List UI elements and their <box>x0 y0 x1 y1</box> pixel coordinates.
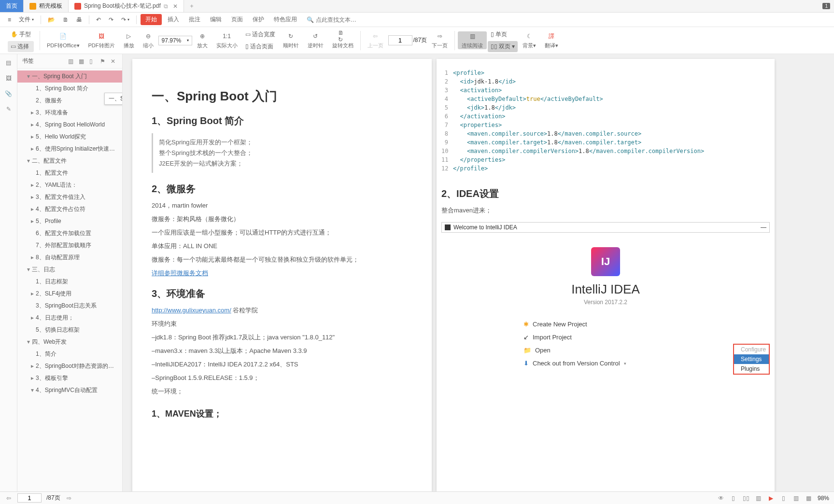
bookmark-item[interactable]: ▾一、Spring Boot 入门 <box>17 70 122 83</box>
tab-add[interactable]: ＋ <box>184 0 199 12</box>
idea-plugins-item[interactable]: Plugins <box>734 364 769 374</box>
document-viewport[interactable]: 一、Spring Boot 入门 1、Spring Boot 简介 简化Spri… <box>123 54 834 491</box>
undo-icon[interactable]: ↶ <box>93 15 104 25</box>
play-button[interactable]: ▷播放 <box>120 31 138 49</box>
sb-play-icon[interactable]: ▶ <box>767 494 775 502</box>
bookmark-item[interactable]: ▸8、自动配置原理 <box>17 252 122 264</box>
notifications-badge[interactable]: 1 <box>822 0 830 12</box>
sb-layout3-icon[interactable]: ▥ <box>755 494 763 502</box>
sb-next-icon[interactable]: ⇨ <box>65 494 73 502</box>
tab-home[interactable]: 首页 <box>0 0 24 12</box>
bm-tool-3[interactable]: ▯ <box>89 58 96 65</box>
fit-page[interactable]: ▯适合页面 <box>242 41 278 52</box>
menu-annotate[interactable]: 批注 <box>185 14 204 26</box>
bookmark-tree[interactable]: 一、Spring Boot 入门 ▾一、Spring Boot 入门1、Spri… <box>17 69 122 491</box>
bookmark-item[interactable]: 1、日志框架 <box>17 276 122 288</box>
select-tool[interactable]: ▭选择 <box>8 41 34 52</box>
gulixueyuan-link[interactable]: http://www.gulixueyuan.com/ <box>152 307 231 314</box>
bookmark-item[interactable]: ▾4、SpringMVC自动配置 <box>17 384 122 396</box>
translate[interactable]: 譯翻译▾ <box>541 31 562 49</box>
menu-page[interactable]: 页面 <box>227 14 247 26</box>
bookmark-item[interactable]: ▸4、日志使用； <box>17 312 122 324</box>
sb-prev-icon[interactable]: ⇦ <box>5 494 13 502</box>
bookmark-item[interactable]: ▸3、模板引擎 <box>17 372 122 384</box>
menu-start[interactable]: 开始 <box>141 14 162 25</box>
bookmark-item[interactable]: ▸5、Hello World探究 <box>17 131 122 143</box>
tab-template[interactable]: 稻壳模板 <box>24 0 69 12</box>
bookmark-close[interactable]: ✕ <box>111 58 117 65</box>
zoom-in[interactable]: ⊕放大 <box>193 31 212 49</box>
bookmark-item[interactable]: ▸6、使用Spring Initializer快速创建... <box>17 143 122 155</box>
fit-width[interactable]: ▭适合宽度 <box>242 29 278 40</box>
bookmark-item[interactable]: ▾二、配置文件 <box>17 155 122 167</box>
bookmark-item[interactable]: 1、配置文件 <box>17 167 122 179</box>
search-input[interactable] <box>316 16 364 23</box>
bookmark-item[interactable]: 3、SpringBoot日志关系 <box>17 300 122 312</box>
actual-size[interactable]: 1:1实际大小 <box>212 31 241 49</box>
bookmark-item[interactable]: ▸4、Spring Boot HelloWorld <box>17 119 122 131</box>
double-page-view[interactable]: ▯▯双页▾ <box>488 41 518 52</box>
status-page-input[interactable] <box>17 493 42 503</box>
bookmark-item[interactable]: ▸2、SpringBoot对静态资源的映射... <box>17 360 122 372</box>
menu-insert[interactable]: 插入 <box>164 14 183 26</box>
bookmark-item[interactable]: 1、简介 <box>17 348 122 360</box>
prev-page[interactable]: ⇦上一页 <box>364 31 387 49</box>
single-page-view[interactable]: ▯单页 <box>488 29 518 40</box>
tab-document[interactable]: Spring Boot核心技术-笔记.pdf ⧉ ✕ <box>69 0 184 12</box>
attachment-icon[interactable]: 📎 <box>4 89 14 98</box>
search-box[interactable]: 🔍 <box>307 16 364 23</box>
open-icon[interactable]: 📂 <box>45 15 58 25</box>
sb-layout1-icon[interactable]: ▯ <box>730 494 737 502</box>
hamburger-icon[interactable]: ≡ <box>5 15 14 25</box>
pdf-to-image[interactable]: 🖼PDF转图片 <box>85 31 119 49</box>
page-input-ribbon[interactable] <box>388 35 412 45</box>
sb-layout2-icon[interactable]: ▯▯ <box>742 494 750 502</box>
menu-special[interactable]: 特色应用 <box>270 14 301 26</box>
bm-tool-2[interactable]: ▦ <box>79 58 85 65</box>
bm-tool-1[interactable]: ▥ <box>68 58 75 65</box>
menu-edit[interactable]: 编辑 <box>206 14 226 26</box>
sb-doc1-icon[interactable]: ▯ <box>780 494 788 502</box>
close-icon[interactable]: ✕ <box>173 3 178 10</box>
bookmark-item[interactable]: ▸2、SLF4j使用 <box>17 288 122 300</box>
outline-icon[interactable]: ▤ <box>4 58 14 68</box>
bookmark-item[interactable]: ▾四、Web开发 <box>17 336 122 348</box>
idea-configure-menu[interactable]: Configure Settings Plugins <box>733 344 770 375</box>
rotate-cw[interactable]: ↻顺时针 <box>279 31 303 49</box>
signature-icon[interactable]: ✎ <box>4 104 14 114</box>
sb-doc3-icon[interactable]: ▦ <box>805 494 813 502</box>
redo-icon[interactable]: ↷ <box>106 15 116 25</box>
bookmark-item[interactable]: ▾三、日志 <box>17 264 122 276</box>
microservice-link[interactable]: 详细参照微服务文档 <box>152 269 208 277</box>
bookmark-item[interactable]: ▸3、环境准备 <box>17 107 122 119</box>
bookmark-item[interactable]: ▸4、配置文件占位符 <box>17 203 122 215</box>
rotate-ccw[interactable]: ↺逆时针 <box>304 31 327 49</box>
background[interactable]: ☾背景▾ <box>519 31 540 49</box>
thumbnail-icon[interactable]: 🖼 <box>4 73 14 83</box>
sb-doc2-icon[interactable]: ▥ <box>792 494 800 502</box>
zoom-combo[interactable]: 97.97%▾ <box>158 36 192 45</box>
bookmark-item[interactable]: ▸5、Profile <box>17 215 122 227</box>
menu-protect[interactable]: 保护 <box>249 14 268 26</box>
idea-import-project[interactable]: ↙Import Project <box>523 331 770 344</box>
rotate-doc[interactable]: 🗎↻旋转文档 <box>328 31 357 49</box>
idea-create-project[interactable]: ✱Create New Project <box>523 318 770 331</box>
bookmark-item[interactable]: 6、配置文件加载位置 <box>17 227 122 239</box>
bm-tool-4[interactable]: ⚑ <box>100 58 107 65</box>
zoom-out[interactable]: ⊖缩小 <box>139 31 157 49</box>
continuous-read[interactable]: ▥连续阅读 <box>458 31 487 49</box>
bookmark-item[interactable]: 5、切换日志框架 <box>17 324 122 336</box>
hand-tool[interactable]: ✋手型 <box>8 29 34 40</box>
redo-list-icon[interactable]: ↷▾ <box>118 15 132 25</box>
next-page[interactable]: ⇨下一页 <box>428 31 452 49</box>
bookmark-item[interactable]: ▸3、配置文件值注入 <box>17 191 122 203</box>
idea-settings-item[interactable]: Settings <box>734 354 769 364</box>
pdf-to-office[interactable]: 📄PDF转Office▾ <box>43 31 84 49</box>
popout-icon[interactable]: ⧉ <box>164 3 168 10</box>
print-icon[interactable]: 🖶 <box>73 15 85 25</box>
save-icon[interactable]: 🗎 <box>60 15 71 25</box>
bookmark-item[interactable]: ▸2、YAML语法： <box>17 179 122 191</box>
sb-eye-icon[interactable]: 👁 <box>717 494 725 502</box>
bookmark-item[interactable]: 7、外部配置加载顺序 <box>17 239 122 252</box>
file-menu[interactable]: 文件 ▾ <box>16 14 37 25</box>
